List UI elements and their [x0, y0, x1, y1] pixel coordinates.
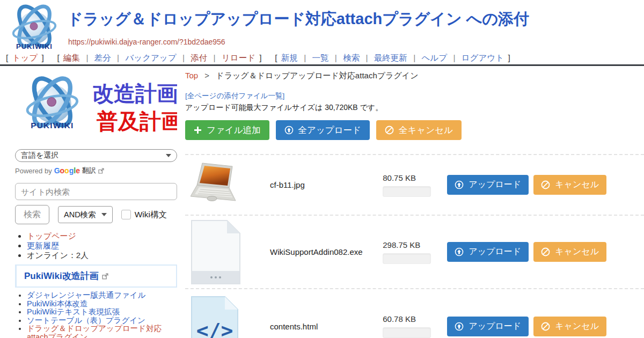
upload-file-list: cf-b11.jpg 80.75 KB アップロード	[185, 154, 644, 338]
list-item: PukiWiki本体改造	[27, 300, 177, 308]
row-cancel-button[interactable]: キャンセル	[533, 175, 606, 195]
nav-item-backup[interactable]: バックアップ	[125, 53, 176, 62]
banner-line2: 普及計画	[96, 109, 177, 133]
sidebar-item-dnd-attach[interactable]: ドラッグ＆ドロップアップロード対応attachプラグイン	[27, 324, 162, 338]
table-row: </> contents.html 60.78 KB アップロード	[185, 288, 644, 338]
ban-icon	[385, 126, 394, 135]
bracket: ]	[42, 53, 44, 62]
nav-item-list[interactable]: 一覧	[312, 53, 329, 62]
pukiwiki-logo-icon[interactable]: PUKIWIKI	[6, 3, 62, 52]
banner-line1: 改造計画	[92, 82, 177, 105]
upload-circle-icon	[284, 126, 294, 135]
nav-item-new[interactable]: 新規	[281, 53, 298, 62]
nav-item-help[interactable]: ヘルプ	[422, 53, 448, 62]
add-file-button[interactable]: ファイル追加	[185, 120, 269, 140]
list-item: ダジャレンジャー版共通ファイル	[27, 291, 177, 300]
sidebar: PUKIWIKI 改造計画 普及計画 言語を選択 Powered by Goog…	[15, 73, 177, 338]
search-mode-value: AND検索	[64, 210, 96, 220]
logo-brand-text: PUKIWIKI	[31, 121, 74, 130]
top-navigation: [ トップ ] [ 編集 | 差分 | バックアップ | 添付 | リロード ]…	[4, 53, 512, 64]
sidebar-section-heading-box: PukiWiki改造計画	[15, 264, 177, 288]
bracket: [	[6, 53, 8, 62]
max-upload-size-text: アップロード可能最大ファイルサイズは 30,720KB です。	[185, 103, 383, 113]
nav-item-recent[interactable]: 最終更新	[374, 53, 407, 62]
sidebar-item-common-files[interactable]: ダジャレンジャー版共通ファイル	[27, 291, 145, 299]
upload-circle-icon	[455, 322, 464, 331]
nav-item-edit[interactable]: 編集	[63, 53, 80, 62]
language-select[interactable]: 言語を選択	[15, 149, 177, 162]
file-size: 60.78 KB	[383, 314, 432, 324]
external-link-icon	[98, 168, 104, 174]
upload-circle-icon	[455, 180, 464, 189]
list-item: ドラッグ＆ドロップアップロード対応attachプラグイン	[27, 325, 177, 338]
page-title: ドラッグ＆ドロップアップロード対応attachプラグイン への添付	[67, 9, 529, 30]
sidebar-item-top-page[interactable]: トップページ	[27, 231, 76, 240]
ban-icon	[541, 180, 550, 189]
progress-bar	[383, 327, 431, 338]
logo-brand-text: PUKIWIKI	[16, 42, 53, 50]
header-divider	[0, 64, 644, 66]
ban-icon	[541, 322, 550, 331]
nav-item-reload[interactable]: リロード	[222, 53, 255, 62]
list-item: PukiWikiテキスト表現拡張	[27, 308, 177, 317]
file-size: 298.75 KB	[383, 240, 432, 249]
sidebar-item-update-history[interactable]: 更新履歴	[27, 241, 59, 250]
file-name: WikiSupportAddin082.exe	[266, 247, 383, 256]
sidebar-section-heading[interactable]: PukiWiki改造計画	[24, 270, 99, 282]
external-link-icon	[102, 273, 108, 280]
wiki-syntax-checkbox[interactable]	[121, 210, 131, 219]
nav-item-search[interactable]: 検索	[343, 53, 360, 62]
svg-text:</>: </>	[196, 319, 233, 338]
row-upload-button[interactable]: アップロード	[447, 242, 529, 262]
sidebar-item-core-mods[interactable]: PukiWiki本体改造	[27, 299, 88, 308]
nav-item-diff[interactable]: 差分	[94, 53, 111, 62]
breadcrumb-home[interactable]: Top	[185, 71, 198, 80]
row-upload-button[interactable]: アップロード	[447, 175, 529, 195]
chevron-down-icon	[101, 213, 107, 216]
site-search-input[interactable]	[15, 183, 177, 200]
sidebar-item-sort-table[interactable]: ソートテーブル（表）プラグイン	[27, 316, 145, 325]
row-cancel-button[interactable]: キャンセル	[533, 317, 606, 336]
list-item: オンライン：2人	[27, 251, 177, 260]
page-url: https://pukiwiki.dajya-ranger.com/?1bd2d…	[68, 38, 225, 46]
sidebar-banner-logo[interactable]: PUKIWIKI 改造計画 普及計画	[15, 73, 177, 141]
chevron-down-icon	[166, 154, 171, 157]
progress-bar	[383, 186, 431, 197]
file-name: contents.html	[266, 322, 383, 331]
row-upload-button[interactable]: アップロード	[447, 317, 529, 336]
list-item: 更新履歴	[27, 241, 177, 251]
breadcrumb: Top > ドラッグ＆ドロップアップロード対応attachプラグイン	[185, 71, 419, 81]
row-cancel-button[interactable]: キャンセル	[533, 242, 606, 262]
bracket: [	[57, 53, 59, 62]
upload-all-button[interactable]: 全アップロード	[276, 120, 370, 140]
sidebar-item-text-ext[interactable]: PukiWikiテキスト表現拡張	[27, 307, 120, 316]
generic-file-icon	[191, 219, 241, 285]
sidebar-links: ダジャレンジャー版共通ファイル PukiWiki本体改造 PukiWikiテキス…	[15, 291, 177, 338]
bracket: [	[275, 53, 277, 62]
all-attachments-link[interactable]: [全ページの添付ファイル一覧]	[185, 91, 284, 101]
bracket: ]	[259, 53, 261, 62]
nav-item-top[interactable]: トップ	[12, 53, 38, 62]
nav-item-attach[interactable]: 添付	[191, 53, 207, 62]
sidebar-quick-links: トップページ 更新履歴 オンライン：2人	[15, 231, 177, 260]
file-name: cf-b11.jpg	[266, 180, 383, 189]
laptop-photo-thumbnail	[191, 161, 244, 209]
main-content: Top > ドラッグ＆ドロップアップロード対応attachプラグイン [全ページ…	[185, 70, 644, 338]
breadcrumb-current: ドラッグ＆ドロップアップロード対応attachプラグイン	[216, 71, 418, 80]
plus-icon	[194, 126, 202, 134]
wiki-syntax-option: Wiki構文	[121, 209, 167, 221]
wiki-syntax-label: Wiki構文	[135, 209, 167, 221]
google-logo: Google	[54, 166, 80, 175]
progress-bar	[383, 253, 431, 264]
nav-item-logout[interactable]: ログアウト	[462, 53, 504, 62]
google-translate-credit[interactable]: Powered by Google 翻訳	[15, 166, 177, 175]
search-mode-select[interactable]: AND検索	[58, 206, 113, 223]
cancel-all-button[interactable]: 全キャンセル	[376, 120, 462, 140]
list-item: ソートテーブル（表）プラグイン	[27, 317, 177, 325]
upload-toolbar: ファイル追加 全アップロード 全キャンセル	[185, 120, 462, 140]
upload-circle-icon	[455, 247, 464, 256]
list-item: トップページ	[27, 231, 177, 241]
search-button[interactable]: 検索	[15, 205, 49, 224]
table-row: WikiSupportAddin082.exe 298.75 KB アップロード	[185, 215, 644, 288]
table-row: cf-b11.jpg 80.75 KB アップロード	[185, 154, 644, 215]
